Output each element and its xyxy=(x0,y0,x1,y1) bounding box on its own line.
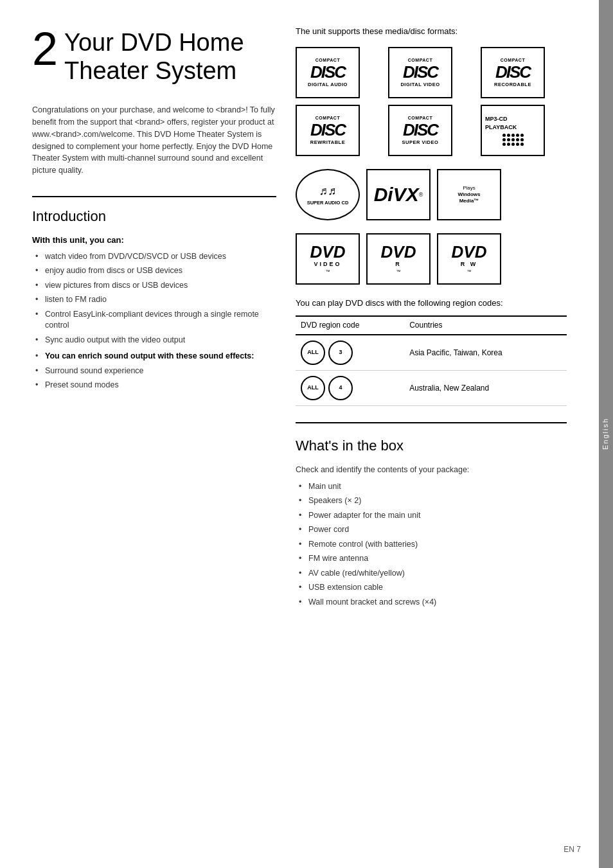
region-badge-all-2: ALL xyxy=(301,376,325,400)
region-badge-all-1: ALL xyxy=(301,341,325,365)
list-item: Sync audio output with the video output xyxy=(35,335,276,346)
divx-icon: DiVX ® xyxy=(366,169,431,220)
list-item: enjoy audio from discs or USB devices xyxy=(35,265,276,277)
introduction-section: Introduction With this unit, you can: wa… xyxy=(32,207,276,391)
disc-icon-rewritable: COMPACT DISC ReWritable xyxy=(296,105,360,156)
windows-media-icon: PlaysWindowsMedia™ xyxy=(437,169,501,220)
whats-in-box-intro: Check and identify the contents of your … xyxy=(296,464,567,476)
countries-cell: Australia, New Zealand xyxy=(404,371,567,406)
chapter-header: 2 Your DVD Home Theater System xyxy=(32,26,276,85)
language-side-tab: English xyxy=(599,0,613,868)
chapter-title: Your DVD Home Theater System xyxy=(64,29,276,85)
region-badge-4: 4 xyxy=(328,376,353,400)
list-item: listen to FM radio xyxy=(35,294,276,306)
list-item: Wall mount bracket and screws (×4) xyxy=(299,597,567,608)
list-item: Preset sound modes xyxy=(35,380,276,391)
dvd-video-icon: DVD VIDEO ™ xyxy=(296,233,360,285)
region-text: You can play DVD discs with the followin… xyxy=(296,297,567,309)
intro-text: Congratulations on your purchase, and we… xyxy=(32,104,276,177)
list-item: view pictures from discs or USB devices xyxy=(35,280,276,292)
list-item: Surround sound experience xyxy=(35,366,276,377)
region-table: DVD region code Countries ALL 3 xyxy=(296,315,567,406)
disc-icon-digital-video: COMPACT DISC DIGITAL VIDEO xyxy=(388,47,452,98)
introduction-title: Introduction xyxy=(32,207,276,227)
disc-icons-grid: COMPACT DISC DIGITAL AUDIO COMPACT DISC … xyxy=(296,47,567,156)
other-icons-row: ♬♬ SUPER AUDIO CD DiVX ® PlaysWindowsMed… xyxy=(296,169,567,220)
introduction-list: watch video from DVD/VCD/SVCD or USB dev… xyxy=(32,251,276,346)
region-badges-cell: ALL 4 xyxy=(296,371,404,406)
table-row: ALL 3 Asia Pacific, Taiwan, Korea xyxy=(296,335,567,371)
list-item: AV cable (red/white/yellow) xyxy=(299,568,567,580)
section-divider-box xyxy=(296,422,567,423)
disc-icon-super-video: COMPACT DISC SUPER VIDEO xyxy=(388,105,452,156)
whats-in-box-title: What's in the box xyxy=(296,436,567,456)
super-audio-cd-icon: ♬♬ SUPER AUDIO CD xyxy=(296,169,360,220)
list-item: Remote control (with batteries) xyxy=(299,539,567,551)
list-item: USB extension cable xyxy=(299,582,567,594)
region-badges-cell: ALL 3 xyxy=(296,335,404,371)
chapter-number: 2 xyxy=(32,26,58,72)
countries-cell: Asia Pacific, Taiwan, Korea xyxy=(404,335,567,371)
list-item: watch video from DVD/VCD/SVCD or USB dev… xyxy=(35,251,276,263)
dvd-icons-row: DVD VIDEO ™ DVD R ™ DVD R W ™ xyxy=(296,233,567,285)
table-row: ALL 4 Australia, New Zealand xyxy=(296,371,567,406)
region-col-header: DVD region code xyxy=(296,316,404,335)
sound-effects-list: You can enrich sound output with these s… xyxy=(32,351,276,391)
language-label: English xyxy=(601,418,610,450)
media-formats-title: The unit supports these media/disc forma… xyxy=(296,26,567,37)
sound-effects-header: You can enrich sound output with these s… xyxy=(35,351,276,362)
disc-icon-recordable: COMPACT DISC Recordable xyxy=(481,47,545,98)
section-divider-intro xyxy=(32,196,276,197)
list-item: Power adapter for the main unit xyxy=(299,510,567,522)
list-item: Main unit xyxy=(299,481,567,493)
countries-col-header: Countries xyxy=(404,316,567,335)
page-footer: EN 7 xyxy=(564,844,581,855)
introduction-subtitle: With this unit, you can: xyxy=(32,235,276,246)
list-item: FM wire antenna xyxy=(299,553,567,565)
dvd-r-icon: DVD R ™ xyxy=(366,233,431,285)
whats-in-box-list: Main unit Speakers (× 2) Power adapter f… xyxy=(296,481,567,608)
sound-effects-bold: You can enrich sound output with these s… xyxy=(45,351,254,360)
whats-in-box-section: What's in the box Check and identify the… xyxy=(296,436,567,608)
list-item: Control EasyLink-compliant devices throu… xyxy=(35,309,276,332)
region-section: You can play DVD discs with the followin… xyxy=(296,297,567,406)
list-item: Speakers (× 2) xyxy=(299,495,567,507)
disc-icon-mp3: MP3-CD PLAYBACK xyxy=(481,105,545,156)
dvd-rw-icon: DVD R W ™ xyxy=(437,233,501,285)
region-badge-3: 3 xyxy=(328,341,353,365)
list-item: Power cord xyxy=(299,524,567,536)
disc-icon-digital-audio: COMPACT DISC DIGITAL AUDIO xyxy=(296,47,360,98)
